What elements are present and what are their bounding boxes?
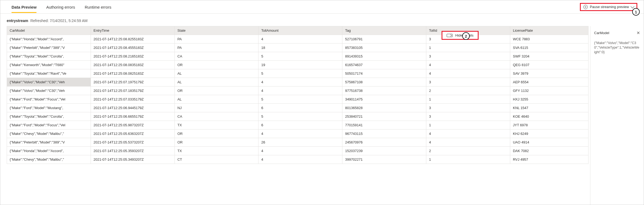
col-header-entrytime[interactable]: EntryTime: [91, 26, 175, 35]
cell-toll-id[interactable]: 3: [426, 78, 510, 87]
table-row[interactable]: {"Make":"Kenworth","Model":"T680"2021-07…: [7, 61, 589, 69]
cell-toll-amount[interactable]: 18: [258, 44, 342, 52]
table-row[interactable]: {"Make":"Toyota","Model":"Corolla",2021-…: [7, 112, 589, 121]
table-row[interactable]: {"Make":"Toyota","Model":"Rav4","Ve2021-…: [7, 69, 589, 78]
cell-license-plate[interactable]: QEG 8107: [510, 61, 588, 69]
cell-license-plate[interactable]: SWF 3204: [510, 52, 588, 61]
cell-toll-amount[interactable]: 4: [258, 78, 342, 87]
cell-license-plate[interactable]: HXJ 3255: [510, 95, 588, 104]
cell-toll-id[interactable]: 3: [426, 52, 510, 61]
cell-entry-time[interactable]: 2021-07-14T12:25:05.5373207Z: [91, 138, 175, 147]
tab-data-preview[interactable]: Data Preview: [7, 1, 41, 13]
table-row[interactable]: {"Make":"Volvo","Model":"C30","Veh2021-0…: [7, 87, 589, 95]
cell-toll-id[interactable]: 1: [426, 121, 510, 130]
cell-toll-amount[interactable]: 4: [258, 155, 342, 164]
cell-toll-id[interactable]: 3: [426, 104, 510, 112]
cell-license-plate[interactable]: GFY 1132: [510, 87, 588, 95]
cell-entry-time[interactable]: 2021-07-14T12:25:05.3493207Z: [91, 155, 175, 164]
cell-toll-id[interactable]: 1: [426, 95, 510, 104]
cell-car-model[interactable]: {"Make":"Peterbilt","Model":"389","V: [7, 138, 91, 147]
col-header-tag[interactable]: Tag: [342, 26, 426, 35]
cell-toll-id[interactable]: 3: [426, 112, 510, 121]
tab-runtime-errors[interactable]: Runtime errors: [80, 1, 116, 13]
cell-toll-amount[interactable]: 19: [258, 61, 342, 69]
table-row[interactable]: {"Make":"Chevy","Model":"Malibu","2021-0…: [7, 130, 589, 138]
cell-toll-id[interactable]: 2: [426, 147, 510, 155]
col-header-state[interactable]: State: [175, 26, 258, 35]
cell-tag[interactable]: 505017174: [342, 69, 426, 78]
cell-tag[interactable]: 770159141: [342, 121, 426, 130]
cell-entry-time[interactable]: 2021-07-14T12:25:07.0335179Z: [91, 95, 175, 104]
cell-tag[interactable]: 616574637: [342, 61, 426, 69]
cell-toll-id[interactable]: 2: [426, 87, 510, 95]
cell-state[interactable]: AL: [175, 95, 258, 104]
col-header-licenseplate[interactable]: LicensePlate: [510, 26, 588, 35]
cell-entry-time[interactable]: 2021-07-14T12:25:07.1975179Z: [91, 78, 175, 87]
cell-tag[interactable]: 891439315: [342, 52, 426, 61]
cell-tag[interactable]: 245670976: [342, 138, 426, 147]
pause-streaming-preview-button[interactable]: Pause streaming preview: [580, 3, 637, 11]
cell-tag[interactable]: 575867108: [342, 78, 426, 87]
cell-license-plate[interactable]: DAK 7082: [510, 147, 588, 155]
table-row[interactable]: {"Make":"Honda","Model":"Accord",2021-07…: [7, 35, 589, 44]
cell-car-model[interactable]: {"Make":"Kenworth","Model":"T680": [7, 61, 91, 69]
cell-state[interactable]: CA: [175, 112, 258, 121]
cell-tag[interactable]: 527106791: [342, 35, 426, 44]
table-row[interactable]: {"Make":"Honda","Model":"Accord",2021-07…: [7, 147, 589, 155]
data-grid[interactable]: CarModel EntryTime State TollAmount Tag …: [0, 26, 590, 205]
cell-license-plate[interactable]: AEP 6554: [510, 78, 588, 87]
cell-toll-amount[interactable]: 4: [258, 35, 342, 44]
table-row[interactable]: {"Make":"Toyota","Model":"Corolla",2021-…: [7, 52, 589, 61]
cell-license-plate[interactable]: SVA 6115: [510, 44, 588, 52]
cell-toll-amount[interactable]: 5: [258, 52, 342, 61]
cell-license-plate[interactable]: RVJ 4957: [510, 155, 588, 164]
cell-state[interactable]: OR: [175, 61, 258, 69]
cell-license-plate[interactable]: WCE 7883: [510, 35, 588, 44]
cell-entry-time[interactable]: 2021-07-14T12:25:05.6363207Z: [91, 130, 175, 138]
cell-entry-time[interactable]: 2021-07-14T12:25:07.1835179Z: [91, 87, 175, 95]
cell-entry-time[interactable]: 2021-07-14T12:25:05.3593207Z: [91, 147, 175, 155]
cell-entry-time[interactable]: 2021-07-14T12:25:08.0835183Z: [91, 61, 175, 69]
cell-tag[interactable]: 349011475: [342, 95, 426, 104]
cell-toll-id[interactable]: 4: [426, 61, 510, 69]
cell-toll-amount[interactable]: 5: [258, 95, 342, 104]
close-icon[interactable]: ✕: [636, 30, 640, 35]
cell-tag[interactable]: 801365828: [342, 104, 426, 112]
cell-entry-time[interactable]: 2021-07-14T12:25:08.2165183Z: [91, 52, 175, 61]
cell-license-plate[interactable]: KOE 4640: [510, 112, 588, 121]
cell-toll-amount[interactable]: 5: [258, 69, 342, 78]
cell-toll-id[interactable]: 1: [426, 44, 510, 52]
cell-car-model[interactable]: {"Make":"Honda","Model":"Accord",: [7, 35, 91, 44]
cell-toll-amount[interactable]: 5: [258, 112, 342, 121]
cell-entry-time[interactable]: 2021-07-14T12:25:08.0825183Z: [91, 69, 175, 78]
cell-toll-amount[interactable]: 4: [258, 130, 342, 138]
cell-state[interactable]: AL: [175, 69, 258, 78]
cell-car-model[interactable]: {"Make":"Peterbilt","Model":"389","V: [7, 44, 91, 52]
cell-toll-amount[interactable]: 6: [258, 121, 342, 130]
cell-state[interactable]: TX: [175, 121, 258, 130]
tab-authoring-errors[interactable]: Authoring errors: [41, 1, 80, 13]
cell-license-plate[interactable]: UAO 4914: [510, 138, 588, 147]
cell-car-model[interactable]: {"Make":"Chevy","Model":"Malibu",": [7, 130, 91, 138]
cell-tag[interactable]: 967743115: [342, 130, 426, 138]
cell-state[interactable]: CT: [175, 155, 258, 164]
cell-toll-id[interactable]: 4: [426, 130, 510, 138]
cell-toll-id[interactable]: 4: [426, 138, 510, 147]
cell-state[interactable]: PA: [175, 35, 258, 44]
cell-state[interactable]: TX: [175, 147, 258, 155]
hide-details-button[interactable]: Hide details: [442, 31, 479, 40]
table-row[interactable]: {"Make":"Peterbilt","Model":"389","V2021…: [7, 44, 589, 52]
cell-state[interactable]: CA: [175, 52, 258, 61]
cell-license-plate[interactable]: JYT 6978: [510, 121, 588, 130]
cell-tag[interactable]: 977516738: [342, 87, 426, 95]
cell-car-model[interactable]: {"Make":"Toyota","Model":"Corolla",: [7, 112, 91, 121]
cell-toll-amount[interactable]: 4: [258, 87, 342, 95]
table-row[interactable]: {"Make":"Chevy","Model":"Malibu","2021-0…: [7, 155, 589, 164]
table-row[interactable]: {"Make":"Ford","Model":"Mustang",2021-07…: [7, 104, 589, 112]
cell-car-model[interactable]: {"Make":"Chevy","Model":"Malibu",": [7, 155, 91, 164]
cell-entry-time[interactable]: 2021-07-14T12:25:08.8255183Z: [91, 35, 175, 44]
cell-state[interactable]: NJ: [175, 104, 258, 112]
cell-car-model[interactable]: {"Make":"Toyota","Model":"Rav4","Ve: [7, 69, 91, 78]
cell-state[interactable]: AL: [175, 78, 258, 87]
cell-state[interactable]: OR: [175, 138, 258, 147]
